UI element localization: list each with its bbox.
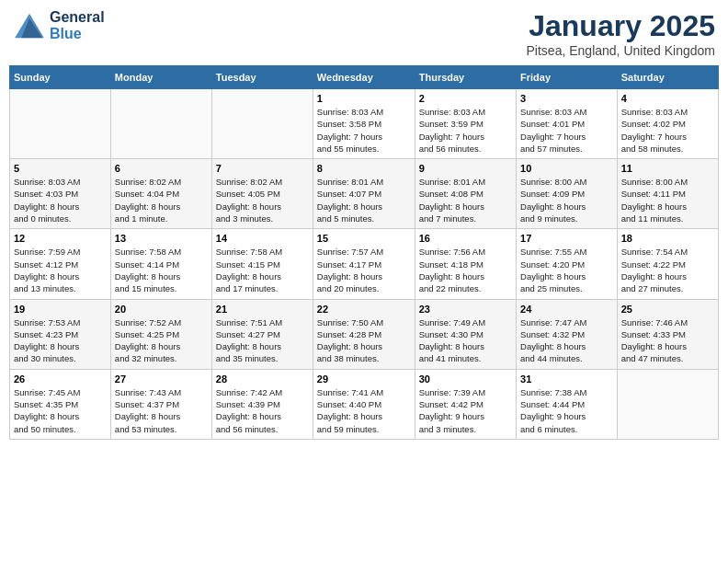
- day-info: Sunrise: 7:58 AMSunset: 4:14 PMDaylight:…: [115, 246, 208, 294]
- calendar-cell: 25Sunrise: 7:46 AMSunset: 4:33 PMDayligh…: [617, 299, 718, 369]
- week-row-3: 12Sunrise: 7:59 AMSunset: 4:12 PMDayligh…: [10, 229, 719, 299]
- weekday-header-sunday: Sunday: [10, 66, 111, 89]
- weekday-header-thursday: Thursday: [415, 66, 516, 89]
- calendar-cell: 16Sunrise: 7:56 AMSunset: 4:18 PMDayligh…: [415, 229, 516, 299]
- calendar-cell: 23Sunrise: 7:49 AMSunset: 4:30 PMDayligh…: [415, 299, 516, 369]
- day-number: 9: [419, 163, 512, 174]
- day-number: 4: [621, 93, 714, 104]
- location: Pitsea, England, United Kingdom: [527, 43, 715, 58]
- calendar-cell: 22Sunrise: 7:50 AMSunset: 4:28 PMDayligh…: [313, 299, 415, 369]
- day-number: 22: [317, 304, 411, 315]
- calendar-cell: 29Sunrise: 7:41 AMSunset: 4:40 PMDayligh…: [313, 369, 415, 439]
- day-number: 16: [419, 233, 512, 244]
- day-info: Sunrise: 7:52 AMSunset: 4:25 PMDaylight:…: [115, 316, 208, 365]
- day-number: 23: [419, 304, 512, 315]
- weekday-header-wednesday: Wednesday: [313, 66, 415, 89]
- day-number: 26: [14, 373, 107, 385]
- logo-icon: [13, 12, 46, 40]
- weekday-header-friday: Friday: [517, 66, 618, 89]
- day-number: 27: [115, 373, 208, 385]
- day-info: Sunrise: 7:47 AMSunset: 4:32 PMDaylight:…: [520, 316, 613, 365]
- day-number: 25: [621, 304, 714, 315]
- calendar-table: SundayMondayTuesdayWednesdayThursdayFrid…: [9, 65, 719, 440]
- day-number: 3: [520, 93, 613, 104]
- calendar-cell: 13Sunrise: 7:58 AMSunset: 4:14 PMDayligh…: [110, 229, 211, 299]
- calendar-cell: 2Sunrise: 8:03 AMSunset: 3:59 PMDaylight…: [415, 89, 516, 159]
- day-info: Sunrise: 7:46 AMSunset: 4:33 PMDaylight:…: [621, 316, 714, 365]
- day-info: Sunrise: 7:53 AMSunset: 4:23 PMDaylight:…: [14, 316, 107, 365]
- calendar-cell: 26Sunrise: 7:45 AMSunset: 4:35 PMDayligh…: [10, 369, 111, 439]
- calendar-cell: [10, 89, 111, 159]
- calendar-cell: 24Sunrise: 7:47 AMSunset: 4:32 PMDayligh…: [517, 299, 618, 369]
- page-header: General Blue January 2025 Pitsea, Englan…: [9, 9, 719, 58]
- day-info: Sunrise: 8:03 AMSunset: 4:03 PMDaylight:…: [14, 176, 107, 224]
- calendar-cell: 30Sunrise: 7:39 AMSunset: 4:42 PMDayligh…: [415, 369, 516, 439]
- calendar-cell: 12Sunrise: 7:59 AMSunset: 4:12 PMDayligh…: [10, 229, 111, 299]
- day-number: 13: [115, 233, 208, 244]
- day-info: Sunrise: 7:43 AMSunset: 4:37 PMDaylight:…: [115, 386, 208, 435]
- calendar-cell: 7Sunrise: 8:02 AMSunset: 4:05 PMDaylight…: [211, 159, 313, 229]
- week-row-4: 19Sunrise: 7:53 AMSunset: 4:23 PMDayligh…: [10, 299, 719, 369]
- calendar-cell: 14Sunrise: 7:58 AMSunset: 4:15 PMDayligh…: [211, 229, 313, 299]
- calendar-cell: 9Sunrise: 8:01 AMSunset: 4:08 PMDaylight…: [415, 159, 516, 229]
- day-info: Sunrise: 7:38 AMSunset: 4:44 PMDaylight:…: [520, 386, 613, 435]
- weekday-header-monday: Monday: [110, 66, 211, 89]
- day-info: Sunrise: 7:58 AMSunset: 4:15 PMDaylight:…: [216, 246, 309, 294]
- day-number: 17: [520, 233, 613, 244]
- day-number: 7: [216, 163, 309, 174]
- day-info: Sunrise: 8:00 AMSunset: 4:11 PMDaylight:…: [621, 176, 714, 224]
- weekday-header-row: SundayMondayTuesdayWednesdayThursdayFrid…: [10, 66, 719, 89]
- day-number: 11: [621, 163, 714, 174]
- month-title: January 2025: [527, 9, 715, 43]
- day-info: Sunrise: 7:56 AMSunset: 4:18 PMDaylight:…: [419, 246, 512, 294]
- day-info: Sunrise: 8:02 AMSunset: 4:04 PMDaylight:…: [115, 176, 208, 224]
- day-info: Sunrise: 7:41 AMSunset: 4:40 PMDaylight:…: [317, 386, 411, 435]
- calendar-cell: 20Sunrise: 7:52 AMSunset: 4:25 PMDayligh…: [110, 299, 211, 369]
- calendar-cell: 31Sunrise: 7:38 AMSunset: 4:44 PMDayligh…: [517, 369, 618, 439]
- day-number: 20: [115, 304, 208, 315]
- day-number: 28: [216, 373, 309, 385]
- calendar-cell: 4Sunrise: 8:03 AMSunset: 4:02 PMDaylight…: [617, 89, 718, 159]
- day-info: Sunrise: 8:00 AMSunset: 4:09 PMDaylight:…: [520, 176, 613, 224]
- calendar-cell: 28Sunrise: 7:42 AMSunset: 4:39 PMDayligh…: [211, 369, 313, 439]
- calendar-cell: 8Sunrise: 8:01 AMSunset: 4:07 PMDaylight…: [313, 159, 415, 229]
- calendar-cell: 6Sunrise: 8:02 AMSunset: 4:04 PMDaylight…: [110, 159, 211, 229]
- day-number: 2: [419, 93, 512, 104]
- day-info: Sunrise: 8:03 AMSunset: 3:58 PMDaylight:…: [317, 106, 411, 155]
- calendar-cell: 3Sunrise: 8:03 AMSunset: 4:01 PMDaylight…: [517, 89, 618, 159]
- day-number: 1: [317, 93, 411, 104]
- day-info: Sunrise: 8:03 AMSunset: 4:02 PMDaylight:…: [621, 106, 714, 155]
- day-info: Sunrise: 7:50 AMSunset: 4:28 PMDaylight:…: [317, 316, 411, 365]
- day-number: 30: [419, 373, 512, 385]
- week-row-5: 26Sunrise: 7:45 AMSunset: 4:35 PMDayligh…: [10, 369, 719, 439]
- day-number: 12: [14, 233, 107, 244]
- weekday-header-saturday: Saturday: [617, 66, 718, 89]
- calendar-cell: 18Sunrise: 7:54 AMSunset: 4:22 PMDayligh…: [617, 229, 718, 299]
- week-row-2: 5Sunrise: 8:03 AMSunset: 4:03 PMDaylight…: [10, 159, 719, 229]
- day-number: 5: [14, 163, 107, 174]
- day-number: 29: [317, 373, 411, 385]
- day-info: Sunrise: 7:42 AMSunset: 4:39 PMDaylight:…: [216, 386, 309, 435]
- logo-text-line1: General: [50, 9, 105, 26]
- calendar-cell: 15Sunrise: 7:57 AMSunset: 4:17 PMDayligh…: [313, 229, 415, 299]
- day-info: Sunrise: 8:03 AMSunset: 3:59 PMDaylight:…: [419, 106, 512, 155]
- logo-text-line2: Blue: [50, 26, 105, 42]
- logo: General Blue: [13, 9, 105, 43]
- day-number: 6: [115, 163, 208, 174]
- day-info: Sunrise: 8:02 AMSunset: 4:05 PMDaylight:…: [216, 176, 309, 224]
- calendar-cell: 27Sunrise: 7:43 AMSunset: 4:37 PMDayligh…: [110, 369, 211, 439]
- day-number: 18: [621, 233, 714, 244]
- calendar-cell: 1Sunrise: 8:03 AMSunset: 3:58 PMDaylight…: [313, 89, 415, 159]
- day-number: 10: [520, 163, 613, 174]
- day-number: 31: [520, 373, 613, 385]
- day-number: 14: [216, 233, 309, 244]
- day-info: Sunrise: 8:01 AMSunset: 4:08 PMDaylight:…: [419, 176, 512, 224]
- calendar-cell: [110, 89, 211, 159]
- day-number: 8: [317, 163, 411, 174]
- calendar-cell: 19Sunrise: 7:53 AMSunset: 4:23 PMDayligh…: [10, 299, 111, 369]
- day-info: Sunrise: 7:54 AMSunset: 4:22 PMDaylight:…: [621, 246, 714, 294]
- day-info: Sunrise: 7:55 AMSunset: 4:20 PMDaylight:…: [520, 246, 613, 294]
- calendar-cell: 5Sunrise: 8:03 AMSunset: 4:03 PMDaylight…: [10, 159, 111, 229]
- day-info: Sunrise: 7:59 AMSunset: 4:12 PMDaylight:…: [14, 246, 107, 294]
- day-info: Sunrise: 7:45 AMSunset: 4:35 PMDaylight:…: [14, 386, 107, 435]
